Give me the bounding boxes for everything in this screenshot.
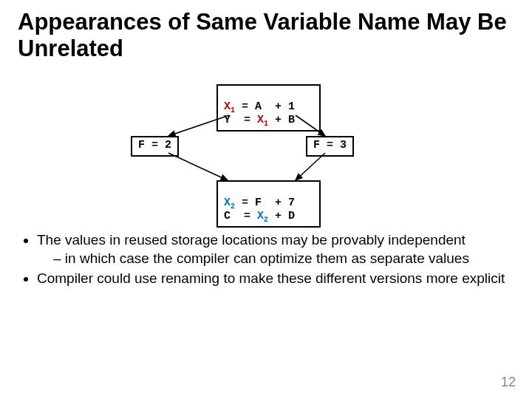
svg-line-3 <box>296 153 325 180</box>
block-right: F = 3 <box>306 136 354 157</box>
bullet-1: The values in reused storage locations m… <box>37 232 511 267</box>
bullet-2: Compiler could use renaming to make thes… <box>37 270 511 287</box>
block-left: F = 2 <box>131 136 179 157</box>
svg-line-2 <box>168 153 228 180</box>
page-number: 12 <box>501 375 516 390</box>
body-text: The values in reused storage locations m… <box>21 232 511 290</box>
bullet-1a: in which case the compiler can optimize … <box>53 250 511 267</box>
block-top: X1 = A + 1 Y = X1 + B <box>216 84 321 132</box>
block-bottom: X2 = F + 7 C = X2 + D <box>216 180 321 228</box>
cfg-diagram: X1 = A + 1 Y = X1 + B F = 2 F = 3 X2 = F… <box>0 80 532 228</box>
slide-title: Appearances of Same Variable Name May Be… <box>18 9 513 61</box>
